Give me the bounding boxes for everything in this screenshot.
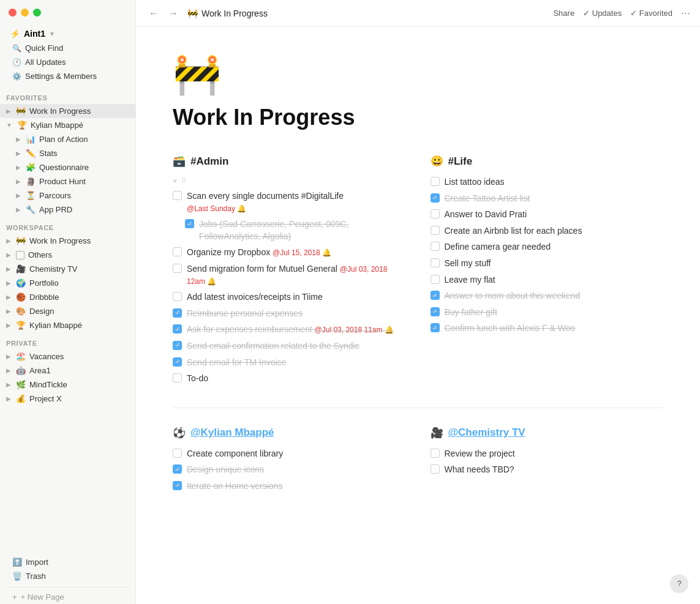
- sidebar-import[interactable]: ⬆️ Import: [6, 555, 129, 569]
- sidebar-item-kylian[interactable]: ▼ 🏆 Kylian Mbappé: [0, 118, 135, 132]
- checkbox[interactable]: [173, 449, 182, 458]
- item-text: Answer to mom about this weekend: [445, 290, 664, 302]
- updates-button[interactable]: ✓ Updates: [583, 9, 622, 18]
- chemistry-section-link[interactable]: @Chemistry TV: [448, 427, 525, 439]
- checkbox[interactable]: ✓: [173, 308, 182, 318]
- checkbox[interactable]: ✓: [431, 193, 440, 203]
- checkbox[interactable]: ✓: [431, 323, 440, 332]
- check-item: Send migration form for Mutuel General @…: [173, 263, 406, 287]
- check-item: ✓ Reimburse personal expenses: [173, 308, 406, 320]
- mindtickle-icon: 🌿: [16, 380, 26, 389]
- sidebar-ws-others[interactable]: ▶ Others: [0, 248, 135, 262]
- more-options-button[interactable]: ···: [681, 7, 690, 20]
- checkbox[interactable]: ✓: [173, 464, 182, 474]
- checkbox[interactable]: [431, 258, 440, 267]
- sidebar-priv-mindtickle[interactable]: ▶ 🌿 MindTickle: [0, 378, 135, 392]
- workspace-icon: ⚡: [10, 29, 20, 39]
- checkbox[interactable]: ✓: [173, 357, 182, 367]
- appprd-icon: 🔧: [26, 205, 36, 214]
- sidebar-item-quick-find[interactable]: 🔍 Quick Find: [6, 41, 129, 55]
- favorited-button[interactable]: ✓ Favorited: [630, 9, 672, 18]
- sidebar-ws-dribbble[interactable]: ▶ 🏀 Dribbble: [0, 290, 135, 304]
- check-item: ✓ Ask for expenses reimbursement @Jul 03…: [173, 324, 406, 336]
- sidebar-priv-area1[interactable]: ▶ 🤖 Area1: [0, 364, 135, 378]
- check-item: ✓ Buy father gift: [431, 307, 664, 319]
- checkbox[interactable]: [431, 275, 440, 284]
- checkbox[interactable]: ✓: [185, 219, 194, 228]
- sidebar-label-plan: Plan of Action: [39, 135, 88, 144]
- checkbox[interactable]: [173, 292, 182, 301]
- checkbox[interactable]: [431, 242, 440, 251]
- checkbox[interactable]: ✓: [173, 324, 182, 334]
- back-button[interactable]: ←: [146, 7, 162, 20]
- checkbox[interactable]: [173, 191, 182, 200]
- check-item: Leave my flat: [431, 274, 664, 286]
- check-item: Add latest invoices/receipts in Tiime: [173, 291, 406, 304]
- sidebar-item-all-updates[interactable]: 🕐 All Updates: [6, 55, 129, 69]
- sidebar-ws-chemistry[interactable]: ▶ 🎥 Chemistry TV: [0, 262, 135, 276]
- chevron-icon: ▶: [16, 192, 21, 199]
- checkbox[interactable]: [431, 209, 440, 218]
- sidebar-ws-kylian[interactable]: ▶ 🏆 Kylian Mbappé: [0, 318, 135, 332]
- sidebar-item-work-in-progress[interactable]: ▶ 🚧 Work In Progress: [0, 104, 135, 118]
- checkbox[interactable]: [173, 373, 182, 382]
- sidebar-item-plan-of-action[interactable]: ▶ 📊 Plan of Action: [0, 132, 135, 146]
- checkbox[interactable]: [173, 264, 182, 273]
- checkbox[interactable]: [431, 226, 440, 235]
- new-page-button[interactable]: + + New Page: [6, 587, 129, 604]
- share-button[interactable]: Share: [553, 9, 574, 18]
- sidebar-trash[interactable]: 🗑️ Trash: [6, 569, 129, 583]
- sidebar-ws-wip[interactable]: ▶ 🚧 Work In Progress: [0, 234, 135, 248]
- forward-button[interactable]: →: [165, 7, 181, 20]
- portfolio-icon: 🌍: [16, 278, 26, 288]
- item-text: Sell my stuff: [445, 258, 664, 270]
- check-item: ✓ Send email for TM Invoice: [173, 357, 406, 369]
- admin-emoji: 🗃️: [173, 155, 186, 168]
- check-item: List tattoo ideas: [431, 176, 664, 188]
- item-label: Ask for expenses reimbursement: [187, 324, 312, 334]
- check-item: Sell my stuff: [431, 258, 664, 270]
- sidebar-item-settings[interactable]: ⚙️ Settings & Members: [6, 69, 129, 83]
- parcours-icon: ⏳: [26, 191, 36, 200]
- traffic-light-red[interactable]: [9, 9, 17, 17]
- sidebar-item-app-prd[interactable]: ▶ 🔧 App PRD: [0, 203, 135, 217]
- check-item: ✓ Answer to mom about this weekend: [431, 290, 664, 302]
- chevron-icon: ▶: [16, 178, 21, 185]
- item-text: Send migration form for Mutuel General @…: [187, 263, 406, 287]
- item-text: Design unique icons: [187, 464, 406, 476]
- traffic-light-green[interactable]: [33, 9, 41, 17]
- checkbox[interactable]: ✓: [173, 341, 182, 350]
- kylian-section-link[interactable]: @Kylian Mbappé: [190, 427, 274, 439]
- sidebar: ⚡ Aint1 ▾ 🔍 Quick Find 🕐 All Updates ⚙️ …: [0, 0, 136, 604]
- traffic-light-yellow[interactable]: [21, 9, 29, 17]
- checkbox[interactable]: ✓: [431, 291, 440, 300]
- sidebar-priv-projectx[interactable]: ▶ 💰 Project X: [0, 392, 135, 406]
- sidebar-ws-design[interactable]: ▶ 🎨 Design: [0, 304, 135, 318]
- checkbox[interactable]: ✓: [431, 307, 440, 316]
- checkbox[interactable]: [173, 247, 182, 256]
- checkbox[interactable]: [431, 449, 440, 458]
- item-label: Jobs (Sud Carrosserie, Peugeot, 009C, Fo…: [199, 219, 348, 241]
- check-item: Organize my Dropbox @Jul 15, 2018 🔔: [173, 247, 406, 259]
- kylian-section-heading: ⚽ @Kylian Mbappé: [173, 427, 406, 439]
- sidebar-item-parcours[interactable]: ▶ ⏳ Parcours: [0, 188, 135, 203]
- trophy-icon: 🏆: [17, 121, 27, 130]
- sidebar-item-questionnaire[interactable]: ▶ 🧩 Questionnaire: [0, 160, 135, 174]
- topbar-title: 🚧 Work In Progress: [187, 9, 268, 18]
- item-text: To-do: [187, 373, 406, 385]
- help-button[interactable]: ?: [671, 575, 688, 592]
- kylian2-icon: 🏆: [16, 321, 26, 330]
- sidebar-label-wip: Work In Progress: [29, 106, 91, 116]
- add-item-row[interactable]: + ⠿: [173, 176, 406, 185]
- sidebar-item-product-hunt[interactable]: ▶ 🗿 Product Hunt: [0, 174, 135, 188]
- checkbox[interactable]: [431, 464, 440, 474]
- camera-emoji: 🎥: [431, 427, 443, 439]
- sidebar-item-stats[interactable]: ▶ ✏️ Stats: [0, 146, 135, 160]
- sidebar-priv-vacances[interactable]: ▶ 🏖️ Vacances: [0, 349, 135, 364]
- item-text: Ask for expenses reimbursement @Jul 03, …: [187, 324, 406, 336]
- item-text: Buy father gift: [445, 307, 664, 319]
- workspace-name[interactable]: ⚡ Aint1 ▾: [6, 26, 129, 41]
- checkbox[interactable]: ✓: [173, 481, 182, 490]
- sidebar-ws-portfolio[interactable]: ▶ 🌍 Portfolio: [0, 276, 135, 290]
- checkbox[interactable]: [431, 177, 440, 186]
